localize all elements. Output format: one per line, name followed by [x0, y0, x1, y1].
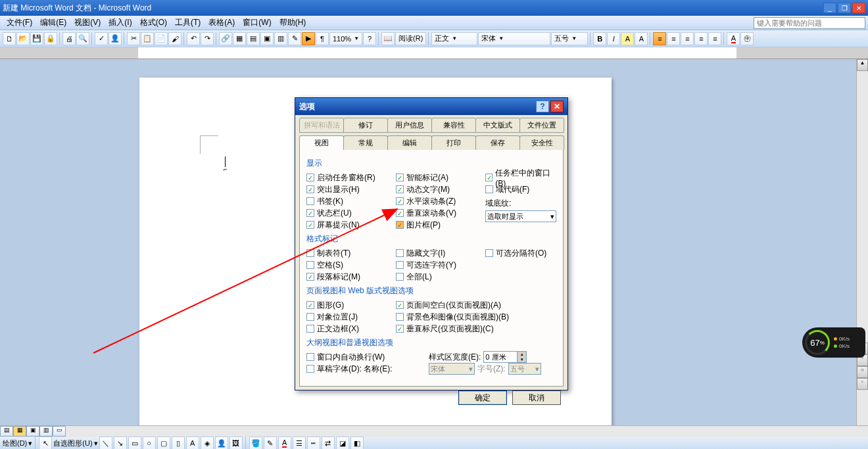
select-objects-icon[interactable]: ↖	[39, 437, 52, 449]
outline-checkbox[interactable]	[306, 353, 314, 361]
wordart-icon[interactable]: A	[186, 437, 199, 449]
autoshapes-menu[interactable]: 自选图形(U)	[53, 438, 92, 448]
display-checkbox[interactable]: ✓	[396, 221, 404, 229]
dialog-close-button[interactable]: ✕	[550, 101, 564, 112]
normal-view-button[interactable]: ▤	[0, 426, 13, 437]
distributed-icon[interactable]: ≡	[708, 32, 721, 45]
menu-edit[interactable]: 编辑(E)	[36, 16, 70, 30]
tab-file-locations[interactable]: 文件位置	[519, 118, 564, 133]
zoom-combo[interactable]: 110%▼	[329, 32, 362, 45]
display-checkbox[interactable]	[306, 197, 314, 205]
menu-table[interactable]: 表格(A)	[205, 16, 239, 30]
redo-icon[interactable]: ↷	[201, 32, 214, 45]
style-combo[interactable]: 正文▼	[431, 32, 477, 45]
format-checkbox[interactable]	[396, 261, 404, 269]
pageweb-checkbox[interactable]: ✓	[306, 301, 314, 309]
display-checkbox[interactable]	[485, 185, 493, 193]
copy-icon[interactable]: 📋	[141, 32, 154, 45]
draw-menu[interactable]: 绘图(D)	[3, 438, 27, 448]
line-style-icon[interactable]: ☰	[293, 437, 306, 449]
print-icon[interactable]: 🖨	[62, 32, 76, 45]
permission-icon[interactable]: 🔒	[44, 32, 57, 45]
tab-save[interactable]: 保存	[475, 135, 520, 150]
cancel-button[interactable]: 取消	[512, 390, 561, 405]
align-center-icon[interactable]: ≡	[667, 32, 680, 45]
dialog-help-button[interactable]: ?	[536, 101, 549, 112]
format-checkbox[interactable]	[396, 273, 404, 281]
align-justify-icon[interactable]: ≡	[694, 32, 708, 45]
read-mode-icon[interactable]: 📖	[381, 32, 395, 45]
display-checkbox[interactable]: ✓	[306, 174, 314, 181]
display-checkbox[interactable]: ✓	[306, 185, 314, 193]
format-painter-icon[interactable]: 🖌	[168, 32, 181, 45]
reading-view-button[interactable]: ▭	[53, 426, 66, 437]
align-left-icon[interactable]: ≡	[653, 32, 666, 45]
tab-general[interactable]: 常规	[343, 135, 388, 150]
rectangle-icon[interactable]: ▭	[128, 437, 141, 449]
pageweb-checkbox[interactable]	[306, 313, 314, 321]
outline-view-button[interactable]: ▥	[39, 426, 53, 437]
menu-file[interactable]: 文件(F)	[3, 16, 36, 30]
format-checkbox[interactable]	[306, 249, 314, 257]
horizontal-scrollbar[interactable]: ▤ ▦ ▣ ▥ ▭	[0, 425, 868, 437]
tables-icon[interactable]: ▦	[233, 32, 246, 45]
display-checkbox[interactable]: ✓	[306, 209, 314, 217]
ok-button[interactable]: 确定	[458, 390, 507, 405]
display-checkbox[interactable]: ✓	[396, 197, 404, 205]
pageweb-checkbox[interactable]	[306, 325, 314, 333]
drawing-icon[interactable]: ✎	[288, 32, 301, 45]
speed-widget[interactable]: 67% 0K/s 0K/s	[802, 327, 865, 358]
display-checkbox[interactable]: ✓	[396, 209, 404, 217]
read-button[interactable]: 阅读(R)	[395, 32, 426, 45]
web-view-button[interactable]: ▦	[13, 426, 26, 437]
save-icon[interactable]: 💾	[30, 32, 43, 45]
clipart-icon[interactable]: 👤	[215, 437, 228, 449]
dash-style-icon[interactable]: ┅	[307, 437, 320, 449]
show-hide-icon[interactable]: ¶	[316, 32, 329, 45]
hyperlink-icon[interactable]: 🔗	[219, 32, 232, 45]
tab-edit[interactable]: 编辑	[387, 135, 432, 150]
doc-map-icon[interactable]: ▶	[302, 32, 315, 45]
field-shading-select[interactable]: 选取时显示▾	[485, 210, 556, 222]
font-color-icon-2[interactable]: A	[278, 437, 291, 449]
line-icon[interactable]: ＼	[99, 437, 112, 449]
picture-icon[interactable]: 🖼	[229, 437, 243, 449]
display-checkbox[interactable]: ✓	[396, 185, 404, 193]
style-width-spinner[interactable]: ▲▼	[483, 351, 527, 363]
preview-icon[interactable]: 🔍	[76, 32, 89, 45]
pageweb-checkbox[interactable]	[396, 313, 404, 321]
help-search-input[interactable]	[754, 17, 865, 29]
pageweb-checkbox[interactable]: ✓	[396, 301, 404, 309]
research-icon[interactable]: 👤	[108, 32, 122, 45]
spellcheck-icon[interactable]: ✓	[95, 32, 108, 45]
oval-icon[interactable]: ○	[143, 437, 156, 449]
3d-icon[interactable]: ◧	[350, 437, 364, 449]
menu-format[interactable]: 格式(O)	[136, 16, 171, 30]
pageweb-checkbox[interactable]: ✓	[396, 325, 404, 333]
excel-icon[interactable]: ▣	[260, 32, 274, 45]
vertical-scrollbar[interactable]: ▲ ▼ ◦ ○ ◦	[856, 59, 868, 425]
browse-object-button[interactable]: ○	[857, 366, 868, 378]
display-checkbox[interactable]: ✓	[396, 174, 404, 181]
char-border-icon[interactable]: A	[635, 32, 648, 45]
format-checkbox[interactable]	[306, 261, 314, 269]
align-right-icon[interactable]: ≡	[681, 32, 694, 45]
tab-view[interactable]: 视图	[299, 135, 344, 150]
paste-icon[interactable]: 📄	[155, 32, 168, 45]
format-checkbox[interactable]: ✓	[306, 273, 314, 281]
line-color-icon[interactable]: ✎	[264, 437, 277, 449]
outline-checkbox[interactable]	[306, 365, 314, 373]
italic-icon[interactable]: I	[607, 32, 620, 45]
style-width-input[interactable]	[484, 353, 517, 361]
bold-icon[interactable]: B	[593, 32, 606, 45]
display-checkbox[interactable]: ✓	[306, 221, 314, 229]
restore-button[interactable]: ❐	[838, 3, 851, 13]
tab-print[interactable]: 打印	[431, 135, 476, 150]
cut-icon[interactable]: ✂	[127, 32, 140, 45]
arrow-icon[interactable]: ↘	[114, 437, 127, 449]
tab-track-changes[interactable]: 修订	[343, 118, 388, 133]
close-button[interactable]: ✕	[852, 3, 865, 13]
tab-asian[interactable]: 中文版式	[475, 118, 520, 133]
tab-spelling[interactable]: 拼写和语法	[299, 118, 344, 133]
dialog-titlebar[interactable]: 选项 ? ✕	[295, 98, 567, 115]
